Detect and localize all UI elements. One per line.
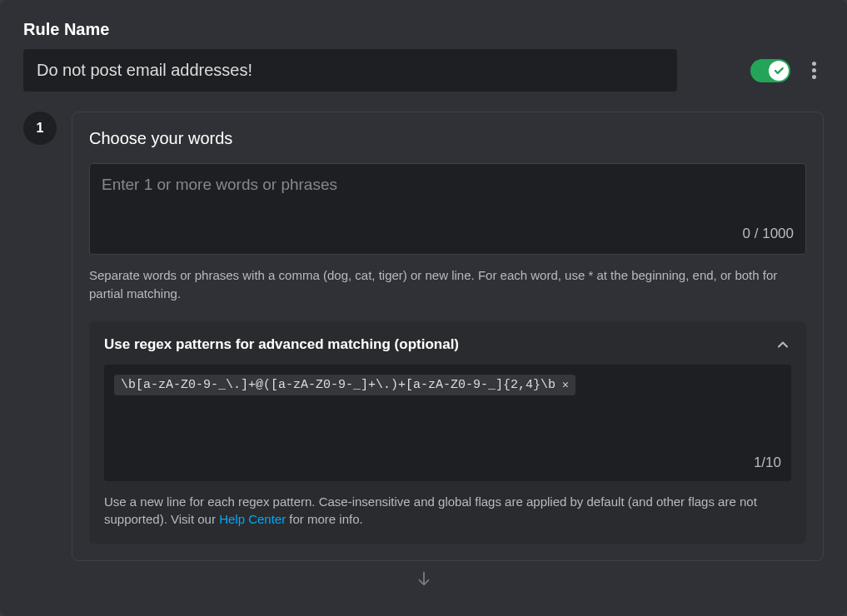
toggle-thumb — [769, 61, 789, 81]
regex-help-text: Use a new line for each regex pattern. C… — [104, 493, 791, 529]
step-row: 1 Choose your words Enter 1 or more word… — [23, 112, 824, 561]
help-center-link[interactable]: Help Center — [219, 512, 286, 526]
regex-chip-text: \b[a-zA-Z0-9-_\.]+@([a-zA-Z0-9-_]+\.)+[a… — [121, 378, 556, 392]
regex-chip: \b[a-zA-Z0-9-_\.]+@([a-zA-Z0-9-_]+\.)+[a… — [114, 375, 575, 395]
regex-input[interactable]: \b[a-zA-Z0-9-_\.]+@([a-zA-Z0-9-_]+\.)+[a… — [104, 365, 791, 481]
rule-enabled-toggle[interactable] — [750, 59, 790, 82]
regex-section: Use regex patterns for advanced matching… — [89, 321, 806, 544]
arrow-down-icon — [415, 569, 433, 588]
regex-section-header[interactable]: Use regex patterns for advanced matching… — [104, 336, 791, 353]
words-input[interactable]: Enter 1 or more words or phrases 0 / 100… — [89, 163, 806, 255]
regex-section-title: Use regex patterns for advanced matching… — [104, 336, 459, 353]
next-step-indicator — [23, 569, 824, 588]
words-counter: 0 / 1000 — [102, 226, 794, 242]
check-icon — [773, 65, 785, 77]
regex-counter: 1/10 — [114, 455, 781, 471]
step-card: Choose your words Enter 1 or more words … — [72, 112, 824, 561]
words-help-text: Separate words or phrases with a comma (… — [89, 266, 806, 303]
remove-chip-button[interactable]: ✕ — [562, 378, 569, 391]
step-number-badge: 1 — [23, 112, 57, 145]
chevron-up-icon — [775, 336, 791, 353]
automod-rule-editor: Rule Name 1 Choose your words Enter 1 or… — [0, 0, 847, 616]
regex-chip-list: \b[a-zA-Z0-9-_\.]+@([a-zA-Z0-9-_]+\.)+[a… — [114, 375, 781, 395]
rule-name-label: Rule Name — [23, 20, 824, 39]
step-title: Choose your words — [89, 129, 806, 148]
header-row — [23, 49, 824, 92]
rule-name-input[interactable] — [23, 49, 677, 92]
words-placeholder: Enter 1 or more words or phrases — [102, 176, 794, 194]
more-dots-icon — [812, 62, 816, 66]
more-options-button[interactable] — [804, 61, 824, 81]
